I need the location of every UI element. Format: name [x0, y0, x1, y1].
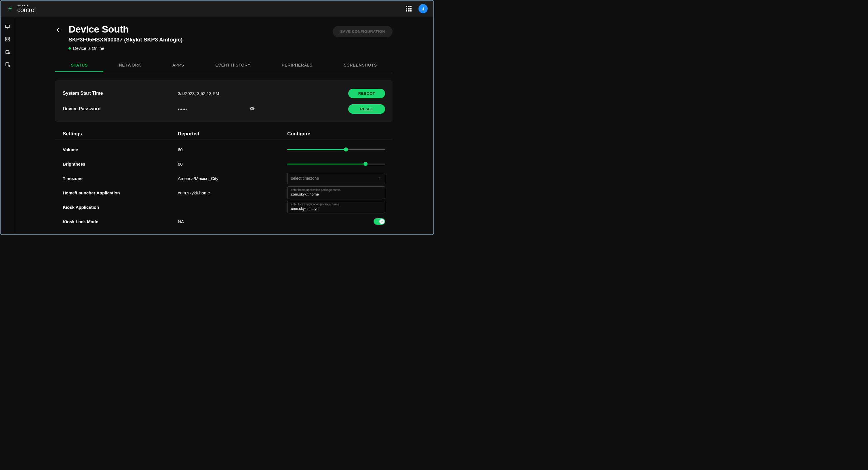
tab-screenshots[interactable]: SCREENSHOTS [328, 59, 393, 72]
tabs: STATUS NETWORK APPS EVENT HISTORY PERIPH… [55, 59, 393, 72]
logo-icon [5, 4, 14, 13]
user-initial: J [422, 6, 424, 11]
home-app-reported: com.skykit.home [178, 190, 287, 195]
row-kiosk-app: Kiosk Application enter kiosk applicatio… [63, 200, 385, 214]
policy-icon[interactable] [5, 62, 10, 67]
password-masked: •••••• [178, 107, 187, 112]
apps-grid-icon[interactable] [406, 6, 411, 11]
svg-rect-4 [5, 40, 7, 41]
tab-status[interactable]: STATUS [55, 59, 103, 72]
row-kiosk-lock: Kiosk Lock Mode NA [63, 214, 385, 229]
svg-rect-5 [8, 40, 9, 41]
kiosk-app-input[interactable]: enter kiosk application package name [287, 201, 385, 213]
home-app-hint: enter home application package name [291, 188, 381, 192]
kiosk-lock-reported: NA [178, 219, 287, 224]
main-content: Device South SKP3F05HSXN00037 (Skykit SK… [14, 17, 433, 234]
timezone-placeholder: select timezone [291, 176, 319, 181]
package-icon[interactable] [5, 49, 10, 55]
reset-button[interactable]: RESET [348, 104, 385, 114]
user-avatar[interactable]: J [418, 4, 428, 13]
grid-icon[interactable] [5, 36, 10, 42]
device-serial: SKP3F05HSXN00037 (Skykit SKP3 Amlogic) [68, 36, 328, 43]
kiosk-lock-label: Kiosk Lock Mode [63, 219, 178, 224]
configure-col-header: Configure [287, 131, 385, 137]
logo[interactable]: SKYKIT control [5, 4, 36, 13]
brightness-slider[interactable] [287, 161, 385, 167]
home-app-field[interactable] [291, 192, 381, 197]
row-home-app: Home/Launcher Application com.skykit.hom… [63, 185, 385, 200]
status-panel: System Start Time 3/4/2023, 3:52:13 PM R… [55, 80, 393, 122]
device-status-text: Device is Online [73, 46, 104, 51]
svg-rect-3 [8, 37, 9, 38]
toggle-knob [379, 219, 384, 224]
save-configuration-button[interactable]: SAVE CONFIGURATION [333, 26, 393, 37]
brand-product: control [17, 7, 36, 13]
kiosk-app-hint: enter kiosk application package name [291, 203, 381, 206]
topbar: SKYKIT control J [1, 1, 433, 17]
status-dot-icon [68, 47, 71, 50]
screen-icon[interactable] [5, 24, 10, 29]
tab-event-history[interactable]: EVENT HISTORY [200, 59, 266, 72]
row-timezone: Timezone America/Mexico_City select time… [63, 171, 385, 185]
tab-peripherals[interactable]: PERIPHERALS [266, 59, 328, 72]
kiosk-lock-toggle[interactable] [374, 218, 385, 225]
volume-slider[interactable] [287, 147, 385, 152]
tab-apps[interactable]: APPS [157, 59, 200, 72]
timezone-reported: America/Mexico_City [178, 176, 287, 181]
settings-col-header: Settings [63, 131, 178, 137]
volume-label: Volume [63, 147, 178, 152]
device-password-label: Device Password [63, 106, 178, 112]
home-app-label: Home/Launcher Application [63, 190, 178, 195]
timezone-label: Timezone [63, 176, 178, 181]
volume-reported: 60 [178, 147, 287, 152]
row-volume: Volume 60 [63, 142, 385, 157]
left-rail [1, 17, 14, 234]
system-start-label: System Start Time [63, 91, 178, 96]
row-brightness: Brightness 80 [63, 157, 385, 171]
back-arrow-icon[interactable] [55, 26, 63, 34]
reported-col-header: Reported [178, 131, 287, 137]
brightness-reported: 80 [178, 161, 287, 167]
reveal-password-icon[interactable] [249, 106, 255, 112]
page-title: Device South [68, 24, 328, 35]
kiosk-app-label: Kiosk Application [63, 205, 178, 210]
reboot-button[interactable]: REBOOT [348, 89, 385, 98]
brightness-label: Brightness [63, 161, 178, 167]
chevron-down-icon [377, 176, 381, 181]
system-start-value: 3/4/2023, 3:52:13 PM [178, 91, 339, 96]
kiosk-app-field[interactable] [291, 206, 381, 211]
home-app-input[interactable]: enter home application package name [287, 186, 385, 199]
svg-rect-2 [5, 37, 7, 38]
tab-network[interactable]: NETWORK [103, 59, 157, 72]
timezone-select[interactable]: select timezone [287, 173, 385, 184]
svg-rect-0 [5, 25, 9, 28]
settings-header-row: Settings Reported Configure [55, 126, 393, 139]
